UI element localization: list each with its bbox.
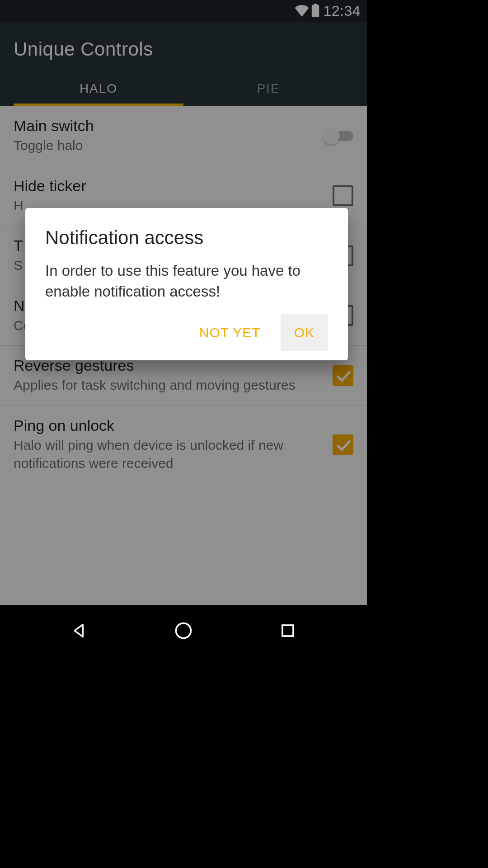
- dialog-notification-access: Notification access In order to use this…: [25, 208, 348, 360]
- dialog-body: In order to use this feature you have to…: [45, 260, 328, 302]
- not-yet-button[interactable]: NOT YET: [186, 314, 274, 351]
- ok-button[interactable]: OK: [281, 314, 328, 351]
- dialog-title: Notification access: [45, 227, 328, 249]
- system-navbar: [0, 609, 367, 652]
- recents-icon[interactable]: [277, 620, 299, 642]
- dialog-actions: NOT YET OK: [45, 314, 328, 351]
- svg-point-2: [176, 623, 191, 638]
- home-icon[interactable]: [173, 620, 194, 642]
- svg-rect-3: [282, 625, 293, 636]
- back-icon[interactable]: [68, 620, 90, 642]
